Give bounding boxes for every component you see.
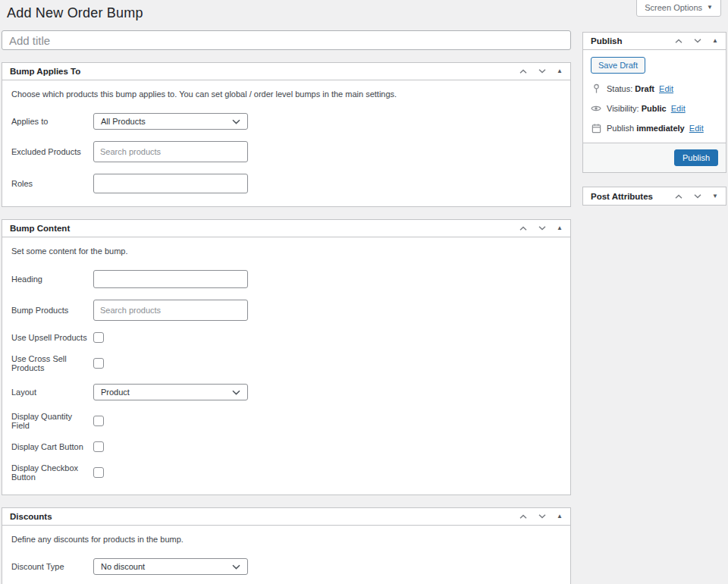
discount-type-row: Discount Type No discount xyxy=(11,558,561,575)
display-cart-button-row: Display Cart Button xyxy=(11,441,561,452)
use-upsell-products-row: Use Upsell Products xyxy=(11,332,561,343)
panel-handle-actions: ▲ xyxy=(519,225,563,231)
discount-type-label: Discount Type xyxy=(11,562,93,571)
edit-schedule-link[interactable]: Edit xyxy=(689,124,704,133)
discounts-panel: Discounts ▲ Define any discounts for pro… xyxy=(2,507,571,584)
roles-row: Roles xyxy=(11,174,561,193)
move-down-icon[interactable] xyxy=(538,225,547,231)
schedule-value: immediately xyxy=(636,124,685,133)
bump-applies-to-panel: Bump Applies To ▲ Choose which products … xyxy=(2,62,571,207)
heading-row: Heading xyxy=(11,270,561,288)
publish-panel: Publish ▲ Save Draft Status: Draft Edit xyxy=(582,32,726,173)
discount-type-select[interactable]: No discount xyxy=(93,558,248,575)
bump-applies-to-header[interactable]: Bump Applies To ▲ xyxy=(2,63,570,80)
move-down-icon[interactable] xyxy=(538,513,547,520)
move-up-icon[interactable] xyxy=(674,38,683,44)
panel-handle-actions: ▲ xyxy=(674,38,718,44)
panel-body: Define any discounts for products in the… xyxy=(2,526,570,584)
display-quantity-field-checkbox[interactable] xyxy=(93,416,104,426)
display-quantity-field-row: Display Quantity Field xyxy=(11,412,561,430)
bump-products-label: Bump Products xyxy=(11,306,93,315)
panel-title: Post Attributes xyxy=(591,192,653,201)
move-up-icon[interactable] xyxy=(674,193,683,199)
use-upsell-products-label: Use Upsell Products xyxy=(11,333,93,342)
panel-body: Choose which products this bump applies … xyxy=(2,80,570,206)
move-up-icon[interactable] xyxy=(519,68,528,74)
chevron-down-icon xyxy=(232,119,240,124)
panel-description: Choose which products this bump applies … xyxy=(11,89,561,99)
roles-input[interactable] xyxy=(93,174,248,193)
editor-main-column: Bump Applies To ▲ Choose which products … xyxy=(2,30,571,584)
display-cart-button-checkbox[interactable] xyxy=(93,441,104,452)
use-cross-sell-products-row: Use Cross Sell Products xyxy=(11,354,561,372)
collapse-panel-icon[interactable]: ▲ xyxy=(557,225,563,231)
collapse-panel-icon[interactable]: ▲ xyxy=(557,513,563,520)
panel-title: Discounts xyxy=(10,512,52,521)
bump-products-row: Bump Products xyxy=(11,300,561,321)
expand-panel-icon[interactable]: ▼ xyxy=(712,193,718,199)
layout-select[interactable]: Product xyxy=(93,384,248,400)
collapse-panel-icon[interactable]: ▲ xyxy=(712,38,718,44)
post-title-input[interactable] xyxy=(2,30,571,50)
move-up-icon[interactable] xyxy=(519,225,528,231)
discount-type-selected-value: No discount xyxy=(101,562,145,571)
excluded-products-search-input[interactable] xyxy=(93,141,248,162)
discounts-header[interactable]: Discounts ▲ xyxy=(2,508,570,526)
publish-header[interactable]: Publish ▲ xyxy=(583,33,726,50)
chevron-down-icon xyxy=(232,564,240,570)
panel-description: Define any discounts for products in the… xyxy=(11,535,561,544)
bump-content-panel: Bump Content ▲ Set some content for the … xyxy=(2,219,571,495)
display-checkbox-button-row: Display Checkbox Button xyxy=(11,463,561,482)
layout-label: Layout xyxy=(11,388,93,397)
post-attributes-panel: Post Attributes ▼ xyxy=(582,187,726,206)
visibility-label: Visibility: xyxy=(607,104,639,113)
save-draft-button[interactable]: Save Draft xyxy=(591,57,645,74)
collapse-panel-icon[interactable]: ▲ xyxy=(557,68,563,74)
pin-icon xyxy=(591,83,601,94)
panel-body: Save Draft Status: Draft Edit Visibility… xyxy=(583,50,726,143)
bump-content-header[interactable]: Bump Content ▲ xyxy=(2,220,570,237)
excluded-products-label: Excluded Products xyxy=(11,147,93,156)
panel-body: Set some content for the bump. Heading B… xyxy=(2,237,570,495)
schedule-row: Publish immediately Edit xyxy=(591,123,718,133)
use-upsell-products-checkbox[interactable] xyxy=(93,332,104,343)
display-checkbox-button-label: Display Checkbox Button xyxy=(11,463,93,482)
visibility-value: Public xyxy=(642,104,667,113)
publish-button[interactable]: Publish xyxy=(674,149,718,166)
visibility-text: Visibility: Public Edit xyxy=(607,104,686,113)
status-row: Status: Draft Edit xyxy=(591,83,718,94)
schedule-text: Publish immediately Edit xyxy=(607,124,704,133)
display-cart-button-label: Display Cart Button xyxy=(11,442,93,451)
edit-visibility-link[interactable]: Edit xyxy=(671,104,686,113)
use-cross-sell-products-checkbox[interactable] xyxy=(93,358,104,369)
screen-options-button[interactable]: Screen Options ▼ xyxy=(636,0,721,17)
schedule-label: Publish xyxy=(607,124,634,133)
move-down-icon[interactable] xyxy=(693,193,702,199)
heading-label: Heading xyxy=(11,275,93,284)
display-quantity-field-label: Display Quantity Field xyxy=(11,412,93,430)
calendar-icon xyxy=(591,123,601,133)
bump-products-search-input[interactable] xyxy=(93,300,248,321)
edit-status-link[interactable]: Edit xyxy=(659,84,673,93)
panel-title: Bump Applies To xyxy=(10,67,80,76)
excluded-products-row: Excluded Products xyxy=(11,141,561,162)
status-text: Status: Draft Edit xyxy=(607,84,673,93)
visibility-row: Visibility: Public Edit xyxy=(591,104,718,113)
page-title: Add New Order Bump xyxy=(7,5,143,21)
status-label: Status: xyxy=(607,84,632,93)
move-up-icon[interactable] xyxy=(519,513,528,520)
applies-to-selected-value: All Products xyxy=(101,117,146,126)
screen-options-label: Screen Options xyxy=(645,3,702,12)
display-checkbox-button-checkbox[interactable] xyxy=(93,467,104,478)
move-down-icon[interactable] xyxy=(538,68,547,74)
eye-icon xyxy=(591,105,601,112)
panel-handle-actions: ▲ xyxy=(519,513,563,520)
status-value: Draft xyxy=(635,84,654,93)
applies-to-row: Applies to All Products xyxy=(11,113,561,130)
use-cross-sell-products-label: Use Cross Sell Products xyxy=(11,354,93,372)
panel-title: Bump Content xyxy=(10,224,70,233)
move-down-icon[interactable] xyxy=(693,38,702,44)
applies-to-select[interactable]: All Products xyxy=(93,113,248,130)
post-attributes-header[interactable]: Post Attributes ▼ xyxy=(583,187,726,205)
heading-input[interactable] xyxy=(93,270,248,288)
